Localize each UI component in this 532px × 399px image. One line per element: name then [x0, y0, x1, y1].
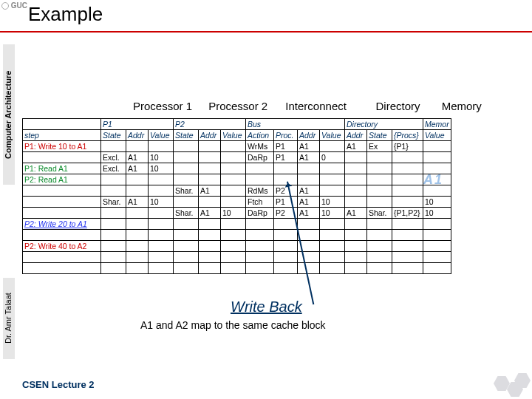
cell-bus-proc — [274, 241, 298, 252]
hdr-mem: Memor — [423, 119, 451, 130]
cell-dir-state — [367, 263, 392, 274]
cell-p2-addr — [199, 230, 221, 241]
table-row: Excl.A110DaRpP1A10 — [23, 152, 451, 163]
table-row: Shar.A1RdMsP2A1 — [23, 185, 451, 197]
cell-dir-addr — [345, 230, 367, 241]
cell-p2-state: Shar. — [174, 185, 199, 197]
cell-bus-value — [320, 185, 345, 197]
cell-p1-value — [149, 241, 174, 252]
cell-bus-action: RdMs — [246, 185, 274, 197]
hdr-p2-addr: Addr — [199, 130, 221, 141]
cell-dir-state — [367, 219, 392, 230]
cell-p2-addr — [199, 174, 221, 185]
cell-p2-addr: A1 — [199, 208, 221, 219]
cell-p1-state: Excl. — [101, 163, 126, 174]
cell-p1-addr — [126, 263, 149, 274]
cell-p2-value — [221, 219, 246, 230]
cell-p1-state — [101, 230, 126, 241]
cell-dir-state — [367, 241, 392, 252]
cell-dir-procs — [392, 163, 423, 174]
writeback-note: A1 and A2 map to the same cache block — [140, 319, 326, 331]
cell-dir-procs: {P1,P2} — [392, 208, 423, 219]
cell-bus-proc — [274, 263, 298, 274]
cell-p2-state — [174, 141, 199, 152]
cell-p1-state — [101, 219, 126, 230]
cell-p1-addr — [126, 219, 149, 230]
table-row: Shar.A110DaRpP2A110A1Shar.{P1,P2}10 — [23, 208, 451, 219]
cell-bus-proc — [274, 230, 298, 241]
cell-p2-value — [221, 141, 246, 152]
label-directory: Directory — [376, 100, 439, 112]
cell-dir-addr: A1 — [345, 141, 367, 152]
cell-dir-state: Ex — [367, 141, 392, 152]
cell-p2-state — [174, 230, 199, 241]
cell-step: P1: Read A1 — [23, 163, 101, 174]
cell-p2-state — [174, 252, 199, 263]
cell-bus-addr — [298, 174, 320, 185]
cell-bus-action — [246, 241, 274, 252]
cell-mem-value — [423, 263, 451, 274]
hdr-dir: Directory — [345, 119, 423, 130]
label-interconnect: Interconnect — [285, 100, 372, 112]
table-row: Shar.A110FtchP1A11010 — [23, 197, 451, 208]
cell-p1-value: 10 — [149, 152, 174, 163]
cell-p2-addr — [199, 241, 221, 252]
hdr-mem-value: Value — [423, 130, 451, 141]
label-processor1: Processor 1 — [133, 100, 205, 112]
cell-p1-value — [149, 219, 174, 230]
cell-p1-value — [149, 263, 174, 274]
table-row: P2: Write 20 to A1 — [23, 219, 451, 230]
cell-bus-proc — [274, 163, 298, 174]
cell-p1-value — [149, 185, 174, 197]
cell-p1-state — [101, 185, 126, 197]
cell-p1-addr: A1 — [126, 163, 149, 174]
label-memory: Memory — [442, 100, 482, 112]
cell-p1-value — [149, 230, 174, 241]
cell-p2-value — [221, 197, 246, 208]
logo: GUC — [1, 1, 30, 16]
author-sidebar: Dr. Amr Talaat — [3, 278, 15, 359]
cell-p1-addr — [126, 252, 149, 263]
cell-dir-addr — [345, 241, 367, 252]
hdr-p1: P1 — [101, 119, 174, 130]
label-processor2: Processor 2 — [208, 100, 282, 112]
cell-bus-value — [320, 141, 345, 152]
cell-step — [23, 230, 101, 241]
cell-p2-addr — [199, 252, 221, 263]
cell-p1-value — [149, 141, 174, 152]
cell-p2-state — [174, 263, 199, 274]
cell-dir-state: Shar. — [367, 208, 392, 219]
cell-step — [23, 197, 101, 208]
cell-dir-state — [367, 163, 392, 174]
cell-bus-action — [246, 263, 274, 274]
cell-p1-state: Shar. — [101, 197, 126, 208]
cell-dir-procs — [392, 230, 423, 241]
cell-p1-addr: A1 — [126, 152, 149, 163]
cell-bus-value: 10 — [320, 197, 345, 208]
cell-bus-action — [246, 163, 274, 174]
cell-p1-value — [149, 208, 174, 219]
table-row: P2: Write 40 to A2 — [23, 241, 451, 252]
cell-step — [23, 263, 101, 274]
cell-p2-state: Shar. — [174, 208, 199, 219]
cell-bus-value — [320, 230, 345, 241]
cell-bus-value: 10 — [320, 208, 345, 219]
cell-bus-addr: A1 — [298, 141, 320, 152]
cell-dir-procs — [392, 263, 423, 274]
cell-p2-state — [174, 152, 199, 163]
hdr-dir-addr: Addr — [345, 130, 367, 141]
table-row — [23, 252, 451, 263]
cell-p2-addr — [199, 152, 221, 163]
cell-bus-action: DaRp — [246, 152, 274, 163]
cell-bus-action — [246, 230, 274, 241]
hdr-bus-proc: Proc. — [274, 130, 298, 141]
cell-p1-state — [101, 263, 126, 274]
corner-decoration — [486, 368, 531, 398]
cell-p1-value — [149, 174, 174, 185]
cell-bus-action — [246, 219, 274, 230]
cell-bus-value — [320, 252, 345, 263]
cell-p1-value: 10 — [149, 163, 174, 174]
logo-icon — [1, 2, 9, 10]
cell-p2-state — [174, 174, 199, 185]
cell-dir-procs — [392, 185, 423, 197]
